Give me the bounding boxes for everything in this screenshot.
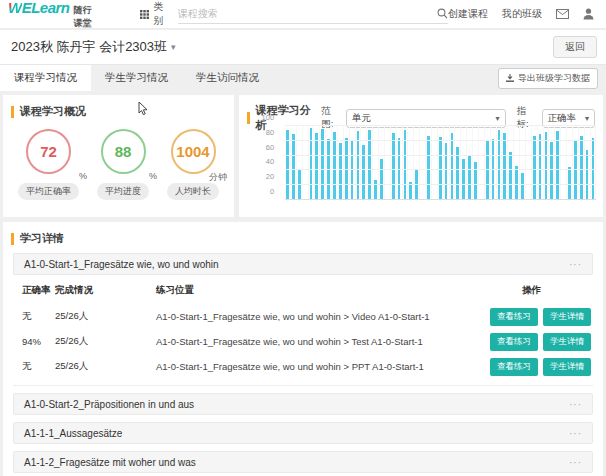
cell-location: A1-0-Start-1_Fragesätze wie, wo und wohi…	[113, 311, 433, 322]
stat-unit: 分钟	[209, 171, 227, 184]
chart-bar[interactable]	[392, 133, 395, 200]
chart-gridline	[285, 140, 596, 141]
tab-student-visits[interactable]: 学生访问情况	[182, 65, 273, 91]
student-details-button[interactable]: 学生详情	[543, 358, 591, 376]
y-axis-tick-label: 80	[266, 127, 274, 136]
unit-section-header[interactable]: A1-1-1_Aussagesätze ···	[13, 422, 593, 444]
cell-completion: 25/26人	[55, 310, 113, 323]
stat-average-accuracy: 72 % 平均正确率	[18, 129, 79, 200]
search-input[interactable]	[178, 8, 437, 19]
view-exercise-button[interactable]: 查看练习	[490, 358, 538, 376]
chart-bar[interactable]	[427, 136, 430, 200]
stat-circle: 88	[101, 129, 146, 174]
welearn-logo[interactable]: WELearn 随行课堂	[8, 0, 92, 30]
stat-circle: 72	[26, 129, 71, 174]
chart-bar[interactable]	[474, 162, 477, 200]
chart-bar[interactable]	[451, 133, 454, 200]
chart-bar[interactable]	[339, 143, 342, 200]
chart-bar[interactable]	[580, 136, 583, 200]
export-class-data-button[interactable]: 导出班级学习数据	[498, 68, 598, 89]
back-button[interactable]: 返回	[553, 36, 597, 58]
more-options-icon[interactable]: ···	[569, 259, 582, 270]
unit-title: A1-0-Start-2_Präpositionen in und aus	[24, 399, 194, 410]
chart-bar[interactable]	[380, 159, 383, 200]
course-search	[178, 4, 448, 24]
my-classes-link[interactable]: 我的班级	[502, 7, 542, 21]
unit-section-header[interactable]: A1-0-Start-2_Präpositionen in und aus ··…	[13, 393, 593, 415]
student-details-button[interactable]: 学生详情	[543, 308, 591, 326]
chart-bar[interactable]	[556, 131, 559, 200]
chart-bar[interactable]	[550, 142, 553, 200]
tab-student-learning[interactable]: 学生学习情况	[91, 65, 182, 91]
details-title: 学习详情	[20, 231, 64, 246]
exercise-table-header: 正确率 完成情况 练习位置 操作	[13, 277, 593, 304]
chart-bar[interactable]	[445, 143, 448, 200]
chart-gridline	[285, 169, 596, 170]
chart-bar[interactable]	[415, 170, 418, 200]
chart-bar[interactable]	[539, 134, 542, 200]
y-axis-tick-label: 0	[270, 187, 274, 196]
grid-icon	[140, 10, 149, 19]
chart-bar[interactable]	[462, 159, 465, 200]
chart-bar[interactable]	[351, 141, 354, 200]
section-marker	[247, 112, 250, 124]
search-icon[interactable]	[437, 8, 448, 19]
class-title-bar: 2023秋 陈丹宇 会计2303班 ▾ 返回	[0, 30, 606, 65]
section-marker	[11, 233, 14, 245]
user-icon[interactable]	[583, 8, 594, 20]
chart-gridline	[285, 155, 596, 156]
chart-bar[interactable]	[315, 133, 318, 200]
unit-title: A1-0-Start-1_Fragesätze wie, wo und wohi…	[24, 259, 219, 270]
chart-bar[interactable]	[374, 180, 377, 200]
stat-value: 88	[115, 143, 132, 160]
message-icon[interactable]	[556, 9, 569, 19]
chart-bar[interactable]	[521, 173, 524, 200]
chart-bar[interactable]	[362, 145, 365, 200]
stat-label: 平均进度	[97, 183, 149, 200]
stat-average-duration: 1004 分钟 人均时长	[167, 129, 219, 200]
unit-title: A1-1-2_Fragesätze mit woher und was	[24, 457, 196, 468]
col-location: 练习位置	[113, 284, 433, 297]
chart-bar[interactable]	[333, 132, 336, 200]
chart-bar[interactable]	[357, 131, 360, 200]
chart-bar[interactable]	[404, 130, 407, 200]
class-dropdown-caret-icon[interactable]: ▾	[171, 42, 176, 52]
view-exercise-button[interactable]: 查看练习	[490, 333, 538, 351]
chart-bar[interactable]	[586, 150, 589, 200]
stat-value: 72	[40, 143, 57, 160]
chart-gridline	[285, 199, 596, 200]
export-button-label: 导出班级学习数据	[518, 72, 590, 85]
chart-bar[interactable]	[503, 133, 506, 200]
more-options-icon[interactable]: ···	[569, 399, 582, 410]
more-options-icon[interactable]: ···	[569, 457, 582, 468]
stat-average-progress: 88 % 平均进度	[97, 129, 149, 200]
view-exercise-button[interactable]: 查看练习	[490, 308, 538, 326]
y-axis-tick-label: 40	[266, 157, 274, 166]
stat-label: 人均时长	[167, 183, 219, 200]
chart-bar[interactable]	[468, 155, 471, 200]
chart-bar[interactable]	[545, 132, 548, 200]
unit-section-header[interactable]: A1-1-2_Fragesätze mit woher und was ···	[13, 451, 593, 473]
unit-section-header[interactable]: A1-0-Start-1_Fragesätze wie, wo und wohi…	[13, 253, 593, 275]
chart-bar[interactable]	[292, 134, 295, 200]
tab-course-learning[interactable]: 课程学习情况	[0, 65, 91, 91]
y-axis-tick-label: 100	[262, 113, 275, 122]
chevron-down-icon: ▾	[585, 114, 589, 123]
create-course-link[interactable]: 创建课程	[448, 7, 488, 21]
chart-bar[interactable]	[286, 130, 289, 200]
student-details-button[interactable]: 学生详情	[543, 333, 591, 351]
chart-bar[interactable]	[509, 152, 512, 200]
category-menu[interactable]: 类别	[140, 0, 167, 28]
chart-bar[interactable]	[486, 141, 489, 200]
stat-unit: %	[149, 171, 157, 181]
details-title-row: 学习详情	[3, 222, 603, 246]
chart-bar[interactable]	[515, 166, 518, 200]
cell-completion: 25/26人	[55, 335, 113, 348]
more-options-icon[interactable]: ···	[569, 428, 582, 439]
chart-bar[interactable]	[533, 136, 536, 200]
chart-bar[interactable]	[368, 130, 371, 200]
accuracy-bar-chart: 020406080100	[285, 126, 596, 200]
cell-location: A1-0-Start-1_Fragesätze wie, wo und wohi…	[113, 361, 433, 372]
class-title[interactable]: 2023秋 陈丹宇 会计2303班	[11, 38, 167, 56]
cell-accuracy: 无	[13, 310, 55, 323]
